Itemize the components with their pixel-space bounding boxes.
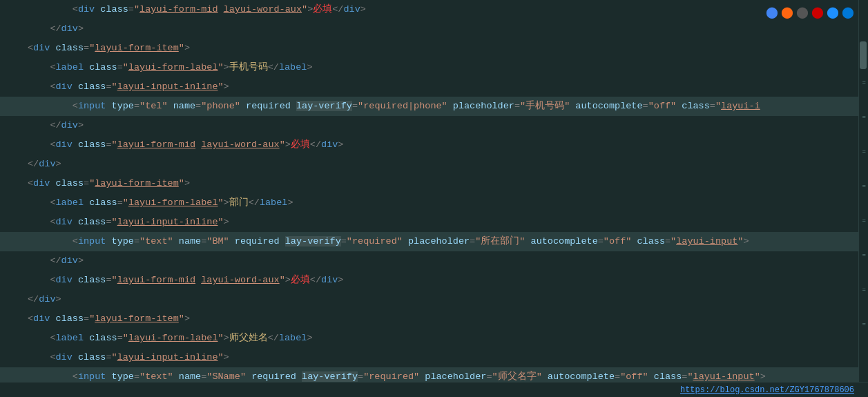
unknown-icon1[interactable]: ⬤ — [796, 6, 809, 19]
scroll-indicator-1: = — [862, 79, 866, 86]
code-editor[interactable]: <div class="layui-form-mid layui-word-au… — [0, 0, 868, 397]
code-line-11: <label class="layui-form-label">部门</labe… — [0, 193, 868, 213]
scroll-indicator-5: = — [862, 217, 866, 224]
code-line-5: <div class="layui-input-inline"> — [0, 77, 868, 97]
scroll-indicator-7: = — [862, 287, 866, 293]
opera-icon[interactable]: ⬤ — [811, 6, 824, 19]
code-line-2: </div> — [0, 19, 868, 39]
code-line-14: </div> — [0, 251, 868, 271]
scroll-indicator-3: = — [862, 148, 866, 155]
scroll-indicator-4: = — [862, 183, 866, 190]
code-line-9: </div> — [0, 155, 868, 174]
scroll-indicator-6: = — [862, 252, 866, 259]
chrome-icon[interactable]: ⬤ — [766, 6, 778, 19]
status-bar: https://blog.csdn.net/ZGY1767878606 — [0, 382, 868, 397]
code-line-15: <div class="layui-form-mid layui-word-au… — [0, 271, 868, 290]
code-line-6: <input type="tel" name="phone" required … — [0, 97, 868, 116]
scroll-indicator-2: = — [862, 114, 866, 121]
vertical-scrollbar[interactable]: = = = = = = = = — [858, 0, 868, 382]
code-line-4: <label class="layui-form-label">手机号码</la… — [0, 58, 868, 77]
code-line-1: <div class="layui-form-mid layui-word-au… — [0, 0, 868, 19]
code-line-12: <div class="layui-input-inline"> — [0, 213, 868, 232]
status-url[interactable]: https://blog.csdn.net/ZGY1767878606 — [680, 385, 854, 395]
firefox-icon[interactable]: ⬤ — [781, 6, 793, 19]
scrollbar-thumb[interactable] — [860, 41, 867, 69]
code-line-3: <div class="layui-form-item"> — [0, 39, 868, 58]
scroll-indicator-8: = — [862, 321, 866, 328]
code-line-8: <div class="layui-form-mid layui-word-au… — [0, 135, 868, 155]
code-line-16: </div> — [0, 290, 868, 309]
edge-icon[interactable]: ⬤ — [842, 6, 854, 19]
editor-container: ⬤ ⬤ ⬤ ⬤ ⬤ ⬤ <div class="layui-form-mid l… — [0, 0, 868, 397]
ie-icon[interactable]: ⬤ — [827, 6, 839, 19]
code-line-18: <label class="layui-form-label">师父姓名</la… — [0, 329, 868, 348]
code-line-10: <div class="layui-form-item"> — [0, 174, 868, 193]
code-line-7: </div> — [0, 116, 868, 135]
browser-toolbar: ⬤ ⬤ ⬤ ⬤ ⬤ ⬤ — [766, 6, 854, 19]
code-line-19: <div class="layui-input-inline"> — [0, 348, 868, 367]
code-line-17: <div class="layui-form-item"> — [0, 309, 868, 329]
code-line-13: <input type="text" name="BM" required la… — [0, 232, 868, 251]
